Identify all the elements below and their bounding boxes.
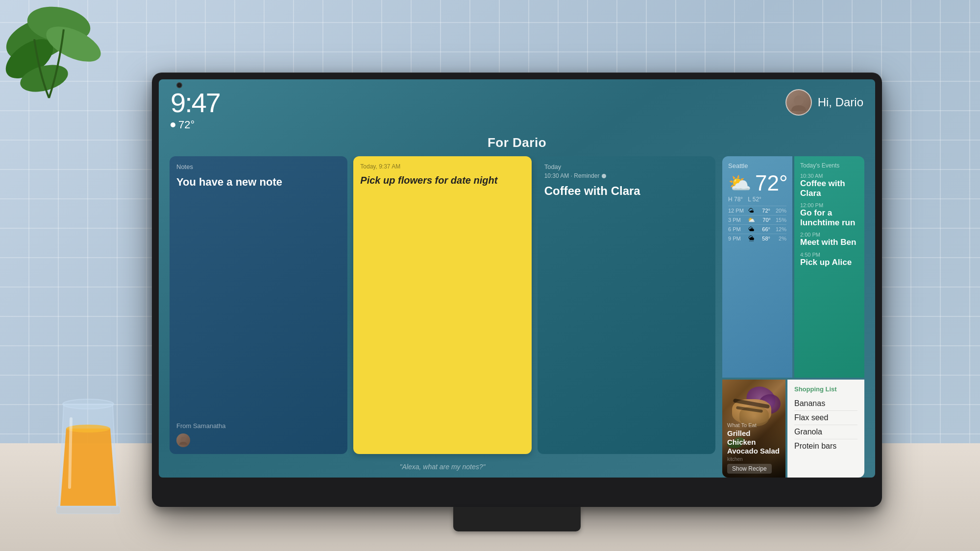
forecast-temp-2: 66°	[757, 226, 770, 232]
event-item-3: 4:50 PM Pick up Alice	[800, 252, 858, 267]
forecast-pct-3: 2%	[773, 236, 786, 241]
recipe-label: What To Eat	[727, 422, 781, 428]
sticky-note-card[interactable]: Today, 9:37 AM Pick up flowers for date …	[353, 156, 531, 454]
event-name-0: Coffee with Clara	[800, 179, 858, 198]
events-widget[interactable]: Today's Events 10:30 AM Coffee with Clar…	[794, 156, 864, 378]
avatar	[785, 89, 812, 116]
forecast-row-3: 9 PM 🌦 58° 2%	[728, 234, 786, 243]
greeting-section: Hi, Dario	[785, 89, 863, 116]
reminder-title: Coffee with Clara	[544, 184, 709, 447]
event-item-2: 2:00 PM Meet with Ben	[800, 232, 858, 247]
reminder-card-day: Today	[544, 163, 709, 170]
bottom-right-row: What To Eat Grilled Chicken Avocado Sala…	[722, 380, 864, 478]
forecast-row-1: 3 PM ⛅ 70° 15%	[728, 215, 786, 224]
forecast-icon-0: 🌤	[748, 207, 754, 214]
juice-glass	[49, 389, 127, 522]
right-column: Seattle ⛅ 72° H 78° L 52°	[722, 156, 864, 478]
notes-card[interactable]: Notes You have a new note From Samanatha	[170, 156, 347, 454]
header: 9:47 72°	[159, 79, 875, 135]
event-time-3: 4:50 PM	[800, 252, 858, 258]
forecast-pct-1: 15%	[773, 217, 786, 223]
weather-hi-lo: H 78° L 52°	[728, 196, 786, 203]
recipe-source: kitchen	[727, 456, 781, 462]
svg-point-6	[63, 399, 114, 409]
forecast-icon-1: ⛅	[748, 216, 755, 223]
camera-dot	[176, 82, 182, 88]
food-image: What To Eat Grilled Chicken Avocado Sala…	[722, 380, 785, 478]
reminder-time: 10:30 AM · Reminder	[544, 172, 600, 179]
reminder-card[interactable]: Today 10:30 AM · Reminder Coffee with Cl…	[538, 156, 715, 454]
show-recipe-button[interactable]: Show Recipe	[727, 464, 772, 474]
shopping-item-3: Protein bars	[794, 439, 858, 453]
forecast-icon-3: 🌦	[748, 235, 754, 242]
recipe-title: Grilled Chicken Avocado Salad	[727, 429, 781, 455]
svg-point-5	[66, 425, 110, 432]
svg-point-9	[181, 437, 186, 442]
forecast-temp-0: 72°	[757, 208, 770, 214]
cards-row: Notes You have a new note From Samanatha	[170, 156, 715, 454]
notes-card-title: You have a new note	[176, 175, 341, 419]
forecast-time-1: 3 PM	[728, 217, 746, 223]
event-name-1: Go for a lunchtime run	[800, 208, 858, 227]
event-item-0: 10:30 AM Coffee with Clara	[800, 173, 858, 198]
forecast-row-0: 12 PM 🌤 72° 20%	[728, 206, 786, 215]
recipe-widget[interactable]: What To Eat Grilled Chicken Avocado Sala…	[722, 380, 785, 478]
weather-widget[interactable]: Seattle ⛅ 72° H 78° L 52°	[722, 156, 792, 378]
top-right-row: Seattle ⛅ 72° H 78° L 52°	[722, 156, 864, 378]
shopping-widget[interactable]: Shopping List Bananas Flax seed Granola …	[787, 380, 864, 478]
weather-lo: L 52°	[748, 196, 761, 203]
svg-point-8	[794, 96, 804, 105]
cards-section: Notes You have a new note From Samanatha	[170, 156, 715, 478]
forecast-list: 12 PM 🌤 72° 20% 3 PM ⛅ 70°	[728, 206, 786, 243]
forecast-temp-3: 58°	[757, 236, 770, 241]
forecast-row-2: 6 PM 🌥 66° 12%	[728, 224, 786, 234]
notes-card-subtitle: From Samanatha	[176, 422, 341, 430]
forecast-icon-2: 🌥	[748, 226, 754, 233]
weather-dot-icon	[171, 122, 175, 127]
shopping-item-2: Granola	[794, 425, 858, 439]
event-name-3: Pick up Alice	[800, 258, 858, 267]
reminder-meta: 10:30 AM · Reminder	[544, 172, 709, 179]
weather-city: Seattle	[728, 162, 786, 169]
time-weather-section: 9:47 72°	[171, 89, 220, 131]
shopping-item-0: Bananas	[794, 397, 858, 411]
screen-content: 9:47 72°	[159, 79, 875, 478]
weather-hi: H 78°	[728, 196, 743, 203]
main-grid: Notes You have a new note From Samanatha	[159, 156, 875, 478]
event-item-1: 12:00 PM Go for a lunchtime run	[800, 202, 858, 227]
forecast-temp-1: 70°	[757, 217, 771, 223]
sticky-card-title: Pick up flowers for date night	[360, 174, 524, 447]
notes-avatar	[176, 433, 190, 447]
event-time-2: 2:00 PM	[800, 232, 858, 238]
event-time-0: 10:30 AM	[800, 173, 858, 179]
reminder-bell-icon	[602, 174, 606, 178]
forecast-pct-0: 20%	[773, 208, 786, 214]
shopping-item-1: Flax seed	[794, 411, 858, 425]
svg-rect-7	[56, 506, 120, 514]
plant-decoration	[0, 0, 122, 157]
forecast-pct-2: 12%	[773, 226, 786, 232]
forecast-time-3: 9 PM	[728, 236, 746, 241]
event-name-2: Meet with Ben	[800, 238, 858, 247]
events-label: Today's Events	[800, 162, 858, 169]
for-label: For Dario	[159, 135, 875, 156]
monitor: 9:47 72°	[152, 72, 882, 507]
sticky-card-label: Today, 9:37 AM	[360, 163, 524, 170]
alexa-hint: "Alexa, what are my notes?"	[170, 459, 715, 478]
greeting-text: Hi, Dario	[818, 96, 863, 109]
weather-main-row: ⛅ 72°	[728, 172, 786, 194]
forecast-time-0: 12 PM	[728, 208, 746, 214]
forecast-time-2: 6 PM	[728, 226, 746, 232]
weather-cloud-icon: ⛅	[728, 172, 751, 194]
monitor-stand	[453, 507, 581, 531]
event-time-1: 12:00 PM	[800, 202, 858, 208]
time-display: 9:47	[171, 89, 220, 117]
weather-temp-main: 72°	[755, 172, 788, 194]
notes-card-label: Notes	[176, 163, 341, 170]
shopping-label: Shopping List	[794, 385, 858, 393]
weather-temp-header: 72°	[178, 119, 195, 131]
